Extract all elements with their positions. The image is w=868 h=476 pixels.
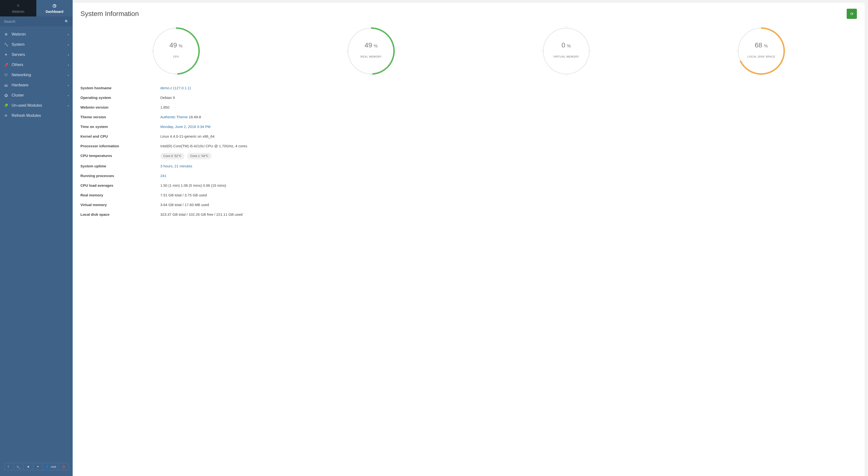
webmin-icon: ⌗ xyxy=(17,3,20,8)
nav-icon: ⟳ xyxy=(4,114,8,117)
row-hostname: System hostname demo.c (127.0.1.1) xyxy=(81,83,857,93)
gauge-label: VIRTUAL MEMORY xyxy=(553,55,579,58)
temp-badge-core1: Core 1: 54°C xyxy=(187,153,211,159)
value-os: Debian 9 xyxy=(160,95,175,101)
user-button[interactable]: 👤 root xyxy=(43,463,59,470)
chevron-left-icon: ◂ xyxy=(68,104,69,107)
favorites-button[interactable]: ★ xyxy=(24,463,33,470)
label-webmin-version: Webmin version xyxy=(81,104,160,110)
refresh-icon: ⟳ xyxy=(850,11,854,16)
label-temps: CPU temperatures xyxy=(81,153,160,159)
sidebar: ⌗ Webmin ◷ Dashboard 🔍 ⚙Webmin◂🔧System◂✈… xyxy=(0,0,73,476)
value-uptime[interactable]: 3 hours, 21 minutes xyxy=(160,163,192,169)
nav-icon: 🛡 xyxy=(4,73,8,77)
gauge-cpu: 49 %CPU xyxy=(151,26,202,76)
nav-icon: 🖴 xyxy=(4,83,8,87)
nav-label: Others xyxy=(11,63,23,67)
value-virtual-memory: 3.64 GB total / 17.83 MB used xyxy=(160,202,209,208)
chevron-left-icon: ◂ xyxy=(68,74,69,76)
refresh-button[interactable]: ⟳ xyxy=(847,9,857,19)
gauges-row: 49 %CPU49 %REAL MEMORY0 %VIRTUAL MEMORY6… xyxy=(81,26,857,76)
nav-label: Un-used Modules xyxy=(11,103,42,108)
label-load: CPU load averages xyxy=(81,182,160,189)
nav-label: Cluster xyxy=(11,93,24,98)
nav-icon: ⏻ xyxy=(4,93,8,97)
temp-badge-core0: Core 0: 52°C xyxy=(160,153,184,159)
row-theme: Theme version Authentic Theme 18.49-8 xyxy=(81,112,857,122)
value-theme: Authentic Theme 18.49-8 xyxy=(160,114,201,120)
sidebar-tabs: ⌗ Webmin ◷ Dashboard xyxy=(0,0,73,16)
share-button[interactable]: ⚭ xyxy=(33,463,43,470)
sidebar-item-system[interactable]: 🔧System◂ xyxy=(0,39,73,49)
value-kernel: Linux 4.4.0-21-generic on x86_64 xyxy=(160,134,215,139)
main-scroll[interactable]: System Information ⟳ 49 %CPU49 %REAL MEM… xyxy=(73,3,865,476)
label-os: Operating system xyxy=(81,95,160,101)
info-table: System hostname demo.c (127.0.1.1) Opera… xyxy=(81,83,857,219)
sidebar-item-networking[interactable]: 🛡Networking◂ xyxy=(0,70,73,80)
nav-icon: ✈ xyxy=(4,53,8,57)
value-temps: Core 0: 52°C Core 1: 54°C xyxy=(160,153,213,159)
page-title: System Information xyxy=(81,10,139,18)
row-time: Time on system Monday, June 2, 2018 3:34… xyxy=(81,122,857,132)
gauge-label: CPU xyxy=(173,55,179,58)
gauge-local-disk-space: 68 %LOCAL DISK SPACE xyxy=(736,26,786,76)
nav-label: Webmin xyxy=(11,32,26,36)
row-real-memory: Real memory 7.51 GB total / 3.75 GB used xyxy=(81,190,857,200)
nav-label: Hardware xyxy=(11,83,28,87)
terminal-button[interactable]: >_ xyxy=(14,463,24,470)
share-icon: ⚭ xyxy=(37,465,39,469)
dashboard-icon: ◷ xyxy=(53,3,56,8)
nav-label: Servers xyxy=(11,53,25,57)
sidebar-item-refresh-modules[interactable]: ⟳Refresh Modules xyxy=(0,110,73,121)
value-webmin-version: 1.850 xyxy=(160,104,169,110)
power-icon: ⏻ xyxy=(62,465,65,469)
tab-webmin-label: Webmin xyxy=(12,10,24,13)
gauge-virtual-memory: 0 %VIRTUAL MEMORY xyxy=(541,26,592,76)
search-input[interactable] xyxy=(0,16,73,26)
search-icon[interactable]: 🔍 xyxy=(65,20,69,24)
label-processes: Running processes xyxy=(81,173,160,179)
nav-icon: 🧩 xyxy=(4,104,8,107)
label-kernel: Kernel and CPU xyxy=(81,134,160,139)
sidebar-item-webmin[interactable]: ⚙Webmin◂ xyxy=(0,29,73,39)
night-mode-button[interactable]: ☾ xyxy=(4,463,14,470)
row-processes: Running processes 241 xyxy=(81,171,857,181)
sidebar-item-hardware[interactable]: 🖴Hardware◂ xyxy=(0,80,73,90)
label-time: Time on system xyxy=(81,124,160,130)
row-kernel: Kernel and CPU Linux 4.4.0-21-generic on… xyxy=(81,132,857,141)
gauge-real-memory: 49 %REAL MEMORY xyxy=(346,26,397,76)
chevron-left-icon: ◂ xyxy=(68,84,69,87)
sidebar-item-others[interactable]: 📌Others◂ xyxy=(0,60,73,70)
main: System Information ⟳ 49 %CPU49 %REAL MEM… xyxy=(73,0,868,476)
label-real-memory: Real memory xyxy=(81,192,160,198)
label-hostname: System hostname xyxy=(81,85,160,91)
logout-button[interactable]: ⏻ xyxy=(59,463,68,470)
sidebar-item-un-used-modules[interactable]: 🧩Un-used Modules◂ xyxy=(0,100,73,110)
tab-webmin[interactable]: ⌗ Webmin xyxy=(0,0,36,16)
value-real-memory: 7.51 GB total / 3.75 GB used xyxy=(160,192,207,198)
search-wrap: 🔍 xyxy=(0,16,73,26)
nav-label: Networking xyxy=(11,73,31,77)
gauge-value: 0 % xyxy=(561,41,571,49)
chevron-left-icon: ◂ xyxy=(68,54,69,56)
label-theme: Theme version xyxy=(81,114,160,120)
user-icon: 👤 xyxy=(45,465,49,469)
value-hostname[interactable]: demo.c (127.0.1.1) xyxy=(160,85,191,91)
gauge-label: REAL MEMORY xyxy=(361,55,382,58)
row-processor: Processor information Intel(R) Core(TM) … xyxy=(81,141,857,151)
theme-link[interactable]: Authentic Theme xyxy=(160,115,188,119)
star-icon: ★ xyxy=(27,465,30,469)
label-uptime: System uptime xyxy=(81,163,160,169)
gauge-value: 68 % xyxy=(755,41,768,49)
sidebar-item-servers[interactable]: ✈Servers◂ xyxy=(0,49,73,60)
value-time[interactable]: Monday, June 2, 2018 3:34 PM xyxy=(160,124,211,130)
row-os: Operating system Debian 9 xyxy=(81,93,857,103)
value-processes[interactable]: 241 xyxy=(160,173,166,179)
sidebar-item-cluster[interactable]: ⏻Cluster◂ xyxy=(0,90,73,100)
sidebar-footer: ☾ >_ ★ ⚭ 👤 root ⏻ xyxy=(0,459,73,476)
gauge-value: 49 % xyxy=(169,41,183,49)
tab-dashboard[interactable]: ◷ Dashboard xyxy=(36,0,73,16)
label-virtual-memory: Virtual memory xyxy=(81,202,160,208)
chevron-left-icon: ◂ xyxy=(68,33,69,36)
chevron-left-icon: ◂ xyxy=(68,64,69,66)
